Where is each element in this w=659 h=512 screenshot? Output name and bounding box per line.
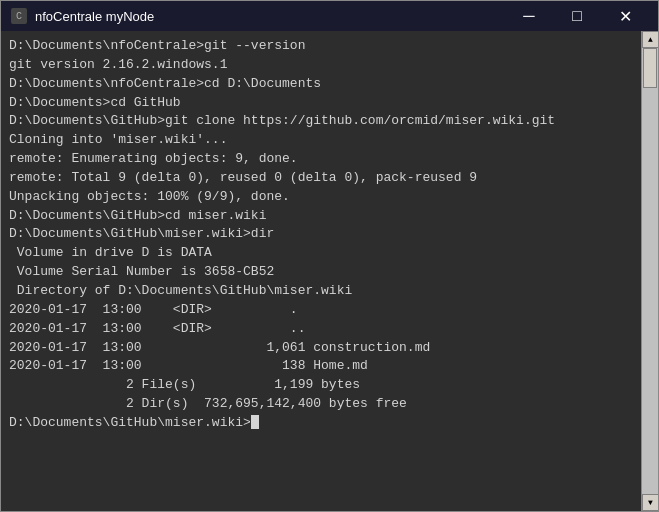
maximize-button[interactable]: □ [554, 1, 600, 31]
terminal-line: Directory of D:\Documents\GitHub\miser.w… [9, 282, 633, 301]
window-controls: ─ □ ✕ [506, 1, 648, 31]
terminal-line: D:\Documents\GitHub>git clone https://gi… [9, 112, 633, 131]
window-icon: C [11, 8, 27, 24]
minimize-button[interactable]: ─ [506, 1, 552, 31]
terminal-line: D:\Documents\GitHub\miser.wiki> [9, 414, 633, 433]
terminal-line: remote: Total 9 (delta 0), reused 0 (del… [9, 169, 633, 188]
close-button[interactable]: ✕ [602, 1, 648, 31]
terminal-output[interactable]: D:\Documents\nfoCentrale>git --versiongi… [1, 31, 641, 511]
terminal-line: 2 Dir(s) 732,695,142,400 bytes free [9, 395, 633, 414]
terminal-line: D:\Documents>cd GitHub [9, 94, 633, 113]
terminal-line: 2 File(s) 1,199 bytes [9, 376, 633, 395]
terminal-line: Cloning into 'miser.wiki'... [9, 131, 633, 150]
terminal-line: 2020-01-17 13:00 1,061 construction.md [9, 339, 633, 358]
title-bar: C nfoCentrale myNode ─ □ ✕ [1, 1, 658, 31]
terminal-line: D:\Documents\GitHub>cd miser.wiki [9, 207, 633, 226]
cursor [251, 415, 259, 429]
terminal-line: git version 2.16.2.windows.1 [9, 56, 633, 75]
terminal-line: D:\Documents\nfoCentrale>cd D:\Documents [9, 75, 633, 94]
scroll-thumb[interactable] [643, 48, 657, 88]
terminal-line: 2020-01-17 13:00 <DIR> . [9, 301, 633, 320]
terminal-line: 2020-01-17 13:00 <DIR> .. [9, 320, 633, 339]
scroll-track[interactable] [642, 48, 658, 494]
terminal-line: remote: Enumerating objects: 9, done. [9, 150, 633, 169]
cmd-window: C nfoCentrale myNode ─ □ ✕ D:\Documents\… [0, 0, 659, 512]
scroll-down-button[interactable]: ▼ [642, 494, 658, 511]
scroll-up-button[interactable]: ▲ [642, 31, 658, 48]
window-title: nfoCentrale myNode [35, 9, 506, 24]
terminal-line: 2020-01-17 13:00 138 Home.md [9, 357, 633, 376]
terminal-line: D:\Documents\nfoCentrale>git --version [9, 37, 633, 56]
terminal-line: Volume in drive D is DATA [9, 244, 633, 263]
terminal-line: Unpacking objects: 100% (9/9), done. [9, 188, 633, 207]
terminal-line: D:\Documents\GitHub\miser.wiki>dir [9, 225, 633, 244]
terminal-container: D:\Documents\nfoCentrale>git --versiongi… [1, 31, 658, 511]
scrollbar[interactable]: ▲ ▼ [641, 31, 658, 511]
terminal-line: Volume Serial Number is 3658-CB52 [9, 263, 633, 282]
